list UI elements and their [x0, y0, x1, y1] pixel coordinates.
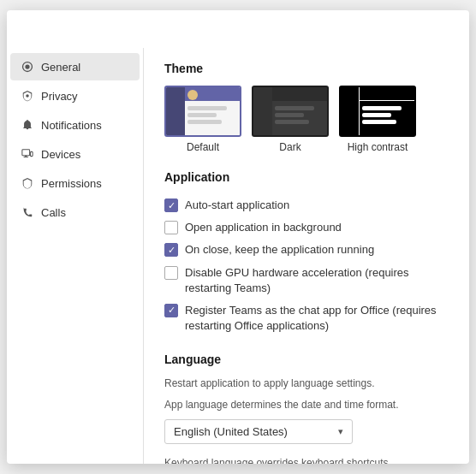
checkbox-label-disable-gpu: Disable GPU hardware acceleration (requi…	[185, 265, 449, 296]
permissions-icon	[21, 176, 34, 190]
sidebar-label-calls: Calls	[41, 206, 66, 219]
general-icon	[21, 60, 34, 74]
keyboard-language-desc: Keyboard language overrides keyboard sho…	[164, 456, 449, 464]
sidebar-label-devices: Devices	[41, 148, 80, 161]
theme-option-default[interactable]: Default	[164, 86, 241, 153]
theme-option-high-contrast[interactable]: High contrast	[339, 86, 416, 153]
checkbox-row-open-background: Open application in background	[164, 216, 449, 239]
theme-label-default: Default	[187, 141, 219, 153]
sidebar-item-devices[interactable]: Devices	[10, 140, 140, 168]
checkbox-row-register-teams: ✓Register Teams as the chat app for Offi…	[164, 299, 449, 337]
main-content: Theme Default Dark High contras	[144, 48, 469, 464]
checkbox-disable-gpu[interactable]	[164, 266, 178, 280]
theme-section: Theme Default Dark High contras	[164, 62, 449, 153]
checkbox-label-register-teams: Register Teams as the chat app for Offic…	[185, 303, 449, 334]
language-section: LanguageRestart application to apply lan…	[164, 353, 449, 464]
chevron-down-icon: ▾	[338, 426, 343, 437]
theme-label-high-contrast: High contrast	[348, 141, 408, 153]
sidebar-label-permissions: Permissions	[41, 177, 102, 190]
sidebar-item-notifications[interactable]: Notifications	[10, 111, 140, 139]
privacy-icon	[21, 89, 34, 103]
notifications-icon	[21, 118, 34, 132]
application-section-title: Application	[164, 170, 449, 184]
checkbox-keep-running[interactable]: ✓	[164, 243, 178, 257]
sidebar-label-privacy: Privacy	[41, 90, 78, 103]
checkbox-label-open-background: Open application in background	[185, 220, 342, 235]
sidebar-label-general: General	[41, 61, 80, 74]
theme-label-dark: Dark	[279, 141, 300, 153]
checkmark-icon: ✓	[168, 305, 176, 315]
keyboard-language-wrap: Keyboard language overrides keyboard sho…	[164, 456, 449, 464]
checkbox-register-teams[interactable]: ✓	[164, 304, 178, 317]
settings-dialog: GeneralPrivacyNotificationsDevicesPermis…	[7, 10, 469, 464]
application-section: Application✓Auto-start applicationOpen a…	[164, 170, 449, 337]
checkbox-row-keep-running: ✓On close, keep the application running	[164, 239, 449, 261]
svg-rect-1	[31, 151, 33, 156]
checkbox-row-auto-start: ✓Auto-start application	[164, 194, 449, 216]
sidebar-item-calls[interactable]: Calls	[10, 198, 140, 226]
language-section-title: Language	[164, 353, 449, 366]
title-bar	[7, 10, 469, 48]
checkbox-label-keep-running: On close, keep the application running	[185, 242, 374, 258]
app-language-select[interactable]: English (United States) ▾	[164, 419, 353, 444]
devices-icon	[21, 147, 34, 161]
checkbox-row-disable-gpu: Disable GPU hardware acceleration (requi…	[164, 262, 449, 299]
theme-section-title: Theme	[164, 62, 449, 75]
checkbox-label-auto-start: Auto-start application	[185, 198, 289, 213]
checkbox-auto-start[interactable]: ✓	[164, 198, 178, 212]
sidebar-item-permissions[interactable]: Permissions	[10, 169, 140, 197]
app-language-wrap: App language determines the date and tim…	[164, 398, 449, 444]
close-button[interactable]	[435, 21, 455, 41]
restart-note: Restart application to apply language se…	[164, 376, 449, 391]
checkbox-open-background[interactable]	[164, 221, 178, 234]
calls-icon	[21, 205, 34, 219]
theme-options: Default Dark High contrast	[164, 86, 449, 153]
sidebar-item-privacy[interactable]: Privacy	[10, 82, 140, 110]
theme-option-dark[interactable]: Dark	[252, 86, 329, 153]
checkmark-icon: ✓	[168, 201, 176, 210]
content-area: GeneralPrivacyNotificationsDevicesPermis…	[7, 48, 469, 464]
checkmark-icon: ✓	[168, 246, 176, 255]
app-language-desc: App language determines the date and tim…	[164, 398, 449, 412]
app-language-value: English (United States)	[174, 425, 288, 438]
sidebar-label-notifications: Notifications	[41, 119, 102, 132]
sidebar: GeneralPrivacyNotificationsDevicesPermis…	[7, 48, 144, 464]
sidebar-item-general[interactable]: General	[10, 53, 140, 80]
svg-rect-0	[22, 150, 30, 156]
